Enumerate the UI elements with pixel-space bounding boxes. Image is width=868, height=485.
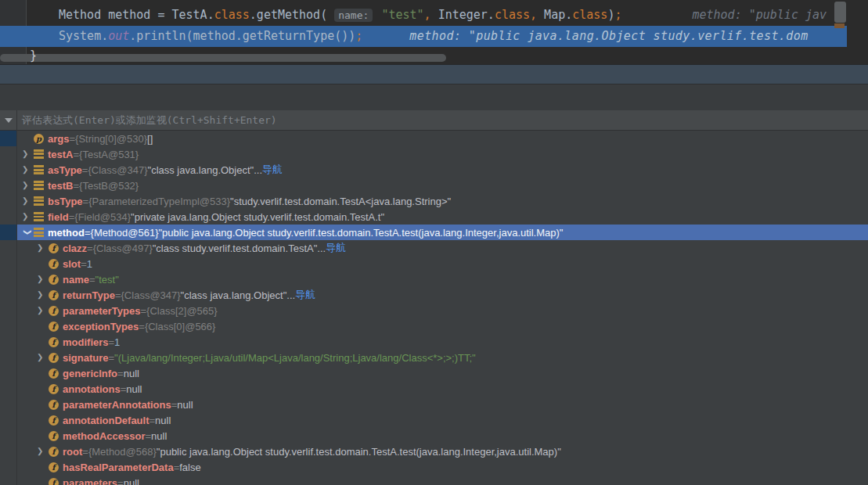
chevron-collapsed-icon[interactable]: ❯ <box>35 307 49 314</box>
chevron-collapsed-icon[interactable]: ❯ <box>35 275 49 283</box>
variable-name: parameters <box>63 477 117 485</box>
chevron-expanded-icon[interactable]: ❯ <box>23 226 31 239</box>
variable-name: methodAccessor <box>63 430 145 442</box>
field-icon: f <box>49 243 59 253</box>
tree-row-field[interactable]: ❯field = {Field@534} "private java.lang.… <box>0 209 868 225</box>
tree-row-parameterAnnotations[interactable]: fparameterAnnotations = null <box>0 397 868 412</box>
row-gutter-mark <box>0 303 17 318</box>
tree-row-genericInfo[interactable]: fgenericInfo = null <box>0 365 868 381</box>
code-token: , <box>530 8 537 22</box>
variable-name: modifiers <box>63 336 109 348</box>
row-gutter-mark <box>0 412 17 428</box>
chevron-collapsed-icon[interactable]: ❯ <box>35 291 49 299</box>
variable-icon <box>34 228 44 237</box>
variable-name: slot <box>63 258 81 270</box>
field-icon: f <box>49 462 59 472</box>
row-gutter-mark <box>0 131 17 146</box>
variable-value: "test" <box>95 274 119 286</box>
tree-row-testA[interactable]: ❯testA = {TestA@531} <box>0 146 868 162</box>
variable-value: = <box>109 336 115 348</box>
field-icon: f <box>49 322 59 332</box>
tree-row-methodAccessor[interactable]: fmethodAccessor = null <box>0 428 868 444</box>
chevron-collapsed-icon[interactable]: ❯ <box>20 213 34 221</box>
tree-row-annotations[interactable]: fannotations = null <box>0 381 868 397</box>
code-token: out <box>108 29 129 43</box>
variable-name: returnType <box>63 289 115 301</box>
chevron-collapsed-icon[interactable]: ❯ <box>20 166 34 174</box>
variable-value: = <box>139 321 145 332</box>
row-gutter-mark <box>0 428 17 444</box>
field-icon: f <box>49 431 59 441</box>
variable-value: "class java.lang.Object" <box>148 164 254 176</box>
chevron-down-icon[interactable] <box>5 118 13 123</box>
variable-name: parameterAnnotations <box>63 399 171 411</box>
code-line-1[interactable]: Method method = TestA.class.getMethod( n… <box>0 5 868 26</box>
field-icon: f <box>49 478 59 485</box>
variable-value: {TestB@532} <box>79 180 139 192</box>
navigate-link[interactable]: 导航 <box>262 163 283 177</box>
variables-tree[interactable]: pargs = {String[0]@530} []❯testA = {Test… <box>0 131 868 485</box>
row-gutter-mark <box>0 381 17 397</box>
variable-value: "class study.verlif.test.domain.TestA" <box>153 242 318 254</box>
variable-name: asType <box>48 164 82 176</box>
evaluate-expression-bar[interactable]: 评估表达式(Enter)或添加监视(Ctrl+Shift+Enter) <box>0 110 868 131</box>
variable-value: "study.verlif.test.domain.TestA<java.lan… <box>230 196 451 207</box>
code-line-3[interactable]: } <box>0 47 868 64</box>
parameter-name-hint: name: <box>334 9 373 22</box>
code-line-2-execution-highlight[interactable]: System.out.println(method.getReturnType(… <box>0 26 847 47</box>
variable-value: null <box>126 383 142 395</box>
tree-row-exceptionTypes[interactable]: fexceptionTypes = {Class[0]@566} <box>0 318 868 334</box>
variable-value: = <box>140 305 146 317</box>
chevron-collapsed-icon[interactable]: ❯ <box>35 354 49 361</box>
tree-row-clazz[interactable]: ❯fclazz = {Class@497} "class study.verli… <box>0 240 868 256</box>
variable-name: testA <box>48 149 74 160</box>
variable-value: = <box>69 133 75 145</box>
tree-row-args[interactable]: pargs = {String[0]@530} [] <box>0 131 868 146</box>
variable-value: = <box>115 289 121 301</box>
variable-value: = <box>69 211 75 223</box>
tree-row-bsType[interactable]: ❯bsType = {ParameterizedTypeImpl@533} "s… <box>0 193 868 209</box>
tree-row-root[interactable]: ❯froot = {Method@568} "public java.lang.… <box>0 444 868 459</box>
variable-value: = <box>171 399 178 411</box>
tree-row-modifiers[interactable]: fmodifiers = 1 <box>0 334 868 350</box>
chevron-collapsed-icon[interactable]: ❯ <box>20 150 34 158</box>
field-icon: f <box>49 400 59 410</box>
variable-value: {Class@347} <box>88 164 147 176</box>
field-icon: f <box>49 290 59 300</box>
code-editor[interactable]: Method method = TestA.class.getMethod( n… <box>0 0 868 64</box>
variable-name: name <box>63 274 89 286</box>
variable-value: = <box>117 477 124 485</box>
variable-value: = <box>89 274 95 286</box>
tree-row-returnType[interactable]: ❯freturnType = {Class@347} "class java.l… <box>0 287 868 303</box>
row-gutter-mark <box>0 334 17 350</box>
tree-row-asType[interactable]: ❯asType = {Class@347} "class java.lang.O… <box>0 162 868 178</box>
variable-value: null <box>124 368 139 379</box>
chevron-collapsed-icon[interactable]: ❯ <box>20 181 34 189</box>
chevron-collapsed-icon[interactable]: ❯ <box>20 197 34 205</box>
chevron-collapsed-icon[interactable]: ❯ <box>35 447 49 455</box>
navigate-link[interactable]: 导航 <box>295 288 315 302</box>
tree-row-method[interactable]: ❯method = {Method@561} "public java.lang… <box>0 225 868 240</box>
tree-row-name[interactable]: ❯fname = "test" <box>0 271 868 287</box>
evaluate-expression-input[interactable]: 评估表达式(Enter)或添加监视(Ctrl+Shift+Enter) <box>22 110 277 130</box>
field-icon: f <box>49 306 59 316</box>
tree-row-hasRealParameterData[interactable]: fhasRealParameterData = false <box>0 459 868 475</box>
navigate-link[interactable]: 导航 <box>326 241 346 255</box>
tree-row-parameterTypes[interactable]: ❯fparameterTypes = {Class[2]@565} <box>0 303 868 318</box>
variable-value: {Class@497} <box>93 242 153 254</box>
tree-row-signature[interactable]: ❯fsignature = "(Ljava/lang/Integer;Ljava… <box>0 350 868 365</box>
variable-name: parameterTypes <box>63 305 140 317</box>
tree-gutter-separator <box>16 110 17 485</box>
row-gutter-mark <box>0 225 17 240</box>
tree-row-slot[interactable]: fslot = 1 <box>0 256 868 271</box>
code-token: "test" <box>381 8 423 22</box>
chevron-collapsed-icon[interactable]: ❯ <box>35 244 49 252</box>
vertical-scrollbar-thumb[interactable] <box>834 2 846 23</box>
field-icon: f <box>49 415 59 426</box>
tree-row-parameters[interactable]: fparameters = null <box>0 475 868 485</box>
row-gutter-mark <box>0 146 17 162</box>
tree-row-testB[interactable]: ❯testB = {TestB@532} <box>0 178 868 193</box>
tree-row-annotationDefault[interactable]: fannotationDefault = null <box>0 412 868 428</box>
code-token: Integer. <box>431 8 495 22</box>
variable-icon <box>34 181 44 190</box>
